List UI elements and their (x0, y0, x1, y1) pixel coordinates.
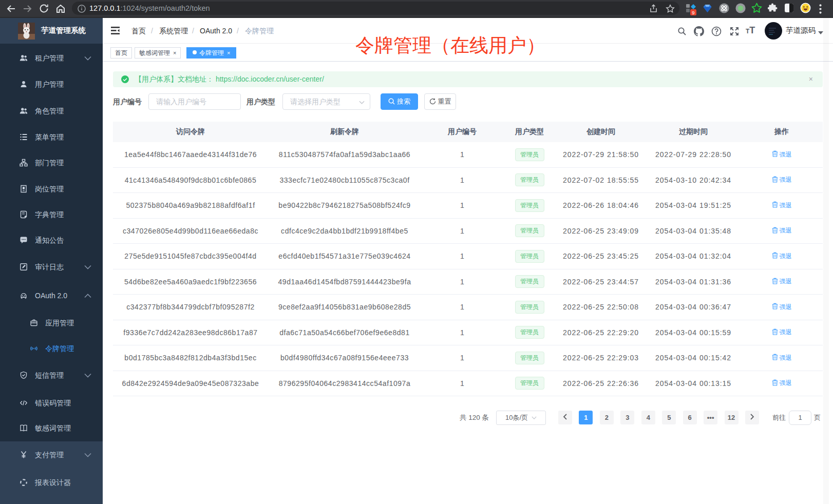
svg-text:9: 9 (692, 10, 694, 15)
